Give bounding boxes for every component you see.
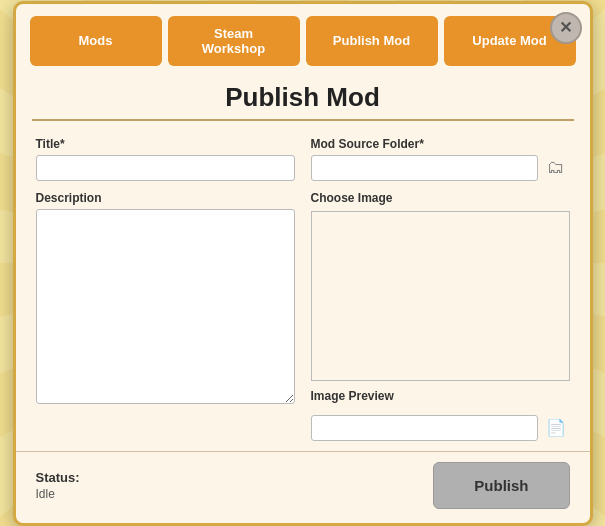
form-col-source: Mod Source Folder* 🗂 — [311, 137, 570, 181]
description-input[interactable] — [36, 209, 295, 404]
image-drop-area[interactable] — [311, 211, 570, 381]
close-button[interactable]: ✕ — [550, 12, 582, 44]
status-area: Status: Idle — [36, 470, 434, 501]
image-path-row: 📄 — [311, 415, 570, 441]
browse-folder-button[interactable]: 🗂 — [542, 155, 570, 181]
folder-icon: 🗂 — [547, 157, 565, 178]
form-col-description: Description — [36, 191, 295, 441]
title-label: Title* — [36, 137, 295, 151]
status-value: Idle — [36, 487, 434, 501]
tab-publish-mod[interactable]: Publish Mod — [306, 16, 438, 66]
bottom-bar: Status: Idle Publish — [16, 451, 590, 523]
file-icon: 📄 — [546, 418, 566, 437]
status-label: Status: — [36, 470, 434, 485]
form-col-title: Title* — [36, 137, 295, 181]
image-path-input[interactable] — [311, 415, 538, 441]
form-area: Title* Mod Source Folder* 🗂 Description … — [16, 137, 590, 441]
publish-button[interactable]: Publish — [433, 462, 569, 509]
form-col-image: Choose Image Image Preview 📄 — [311, 191, 570, 441]
image-preview-label: Image Preview — [311, 389, 570, 403]
form-row-title-source: Title* Mod Source Folder* 🗂 — [36, 137, 570, 181]
tab-mods[interactable]: Mods — [30, 16, 162, 66]
browse-image-button[interactable]: 📄 — [542, 415, 570, 441]
tab-steam-workshop[interactable]: Steam Workshop — [168, 16, 300, 66]
mod-source-label: Mod Source Folder* — [311, 137, 570, 151]
source-folder-row: 🗂 — [311, 155, 570, 181]
mod-source-input[interactable] — [311, 155, 538, 181]
tab-bar: Mods Steam Workshop Publish Mod Update M… — [16, 4, 590, 66]
page-title: Publish Mod — [32, 66, 574, 121]
dialog: ✕ Mods Steam Workshop Publish Mod Update… — [13, 1, 593, 526]
description-label: Description — [36, 191, 295, 205]
choose-image-label: Choose Image — [311, 191, 570, 205]
form-row-desc-image: Description Choose Image Image Preview 📄 — [36, 191, 570, 441]
title-input[interactable] — [36, 155, 295, 181]
